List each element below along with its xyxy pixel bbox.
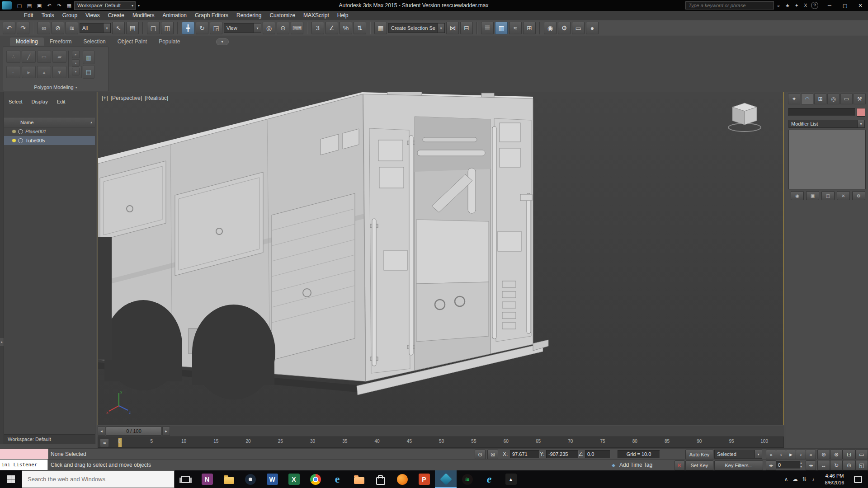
previous-frame-icon[interactable]: ‹: [776, 450, 786, 460]
keyboard-shortcut-override-icon[interactable]: ⌨: [291, 22, 303, 34]
next-key-icon[interactable]: ↠: [806, 460, 816, 470]
object-name-field[interactable]: [788, 108, 855, 116]
align-icon[interactable]: ⊟: [460, 22, 473, 34]
taskbar-app-internet-explorer[interactable]: e: [478, 470, 500, 488]
manage-layers-icon[interactable]: ☰: [481, 22, 494, 34]
restore-button[interactable]: ▢: [837, 0, 853, 11]
viewport-shading-menu[interactable]: [Realistic]: [145, 95, 168, 101]
rendered-frame-window-icon[interactable]: ▭: [572, 22, 585, 34]
graphite-ribbon-toggle-icon[interactable]: ▥: [495, 22, 508, 34]
render-production-icon[interactable]: ●: [586, 22, 599, 34]
keyword-search-input[interactable]: [685, 1, 774, 9]
new-scene-icon[interactable]: ▢: [14, 1, 24, 9]
maxscript-mini-listener-script[interactable]: ini Listener: [0, 460, 48, 470]
taskbar-app-excel[interactable]: X: [283, 470, 305, 488]
render-setup-icon[interactable]: ⚙: [558, 22, 571, 34]
window-crossing-icon[interactable]: ◫: [161, 22, 174, 34]
spinner-up-icon[interactable]: ▴: [798, 461, 804, 465]
selected-set-dropdown[interactable]: Selected ▾: [714, 450, 762, 459]
undo-icon[interactable]: ↶: [44, 1, 54, 9]
edit-named-selection-sets-icon[interactable]: ▦: [374, 22, 387, 34]
maxscript-mini-listener-macro[interactable]: [0, 449, 48, 459]
select-object-icon[interactable]: ↖: [112, 22, 125, 34]
viewcube[interactable]: [724, 99, 765, 136]
taskbar-app-folder[interactable]: [348, 470, 370, 488]
viewport-general-menu[interactable]: [+]: [102, 95, 108, 101]
list-item-plane001[interactable]: Plane001: [4, 127, 95, 136]
visibility-bulb-icon[interactable]: [12, 130, 16, 133]
set-key-button[interactable]: Set Key: [685, 460, 713, 470]
task-view-button[interactable]: [175, 470, 196, 488]
taskbar-app-powerpoint[interactable]: P: [413, 470, 435, 488]
select-and-scale-icon[interactable]: ◲: [210, 22, 222, 34]
menu-maxscript[interactable]: MAXScript: [299, 11, 333, 20]
go-to-end-icon[interactable]: »: [806, 450, 816, 460]
list-item-tube005[interactable]: Tube005: [4, 136, 95, 145]
undo-icon[interactable]: ↶: [3, 22, 15, 34]
tab-selection[interactable]: Selection: [77, 38, 111, 46]
menu-group[interactable]: Group: [58, 11, 81, 20]
explorer-menu-edit[interactable]: Edit: [52, 97, 70, 107]
taskbar-app-steam[interactable]: [240, 470, 261, 488]
select-by-name-icon[interactable]: ▤: [126, 22, 139, 34]
tray-cloud-icon[interactable]: ☁: [791, 470, 800, 488]
zoom-all-icon[interactable]: ⊛: [830, 449, 843, 460]
search-icon[interactable]: ⌕: [774, 1, 783, 9]
schematic-view-icon[interactable]: ⊞: [523, 22, 536, 34]
maximize-viewport-toggle-icon[interactable]: ◱: [855, 460, 868, 470]
save-file-icon[interactable]: ▣: [34, 1, 44, 9]
frame-ruler[interactable]: 0 5 10 15 20 25 30 35 40 45 50 55 60 65 …: [116, 439, 768, 444]
truck-model[interactable]: [98, 92, 783, 425]
perspective-viewport[interactable]: [+] [Perspective] [Realistic] x y z: [98, 92, 784, 425]
mini-tool-icon[interactable]: ▾: [72, 68, 80, 75]
taskbar-app-word[interactable]: W: [261, 470, 283, 488]
make-unique-icon[interactable]: ◫: [821, 191, 835, 200]
help-icon[interactable]: ?: [811, 2, 818, 9]
spinner-down-icon[interactable]: ▾: [798, 465, 804, 469]
truck-rear-face[interactable]: [363, 94, 533, 381]
curve-editor-icon[interactable]: ≈: [509, 22, 522, 34]
add-time-tag[interactable]: Add Time Tag: [619, 462, 652, 468]
orbit-view-icon[interactable]: ↻: [830, 460, 843, 470]
tab-object-paint[interactable]: Object Paint: [112, 38, 153, 46]
menu-rendering[interactable]: Rendering: [232, 11, 265, 20]
taskbar-app-spotify[interactable]: ≋: [457, 470, 478, 488]
current-frame-field[interactable]: 0: [776, 461, 800, 469]
redo-icon[interactable]: ↷: [54, 1, 64, 9]
object-color-swatch[interactable]: [857, 108, 865, 117]
modify-tab-icon[interactable]: ◠: [801, 94, 813, 104]
create-tab-icon[interactable]: ✦: [788, 94, 800, 104]
next-frame-arrow[interactable]: ▸: [162, 427, 170, 436]
action-center-button[interactable]: [851, 470, 865, 488]
modify-mode-icon[interactable]: ▾: [52, 66, 66, 78]
redo-icon[interactable]: ↷: [17, 22, 29, 34]
go-to-start-icon[interactable]: «: [766, 450, 776, 460]
reference-coordinate-system-dropdown[interactable]: View ▾: [224, 23, 261, 33]
explorer-menu-display[interactable]: Display: [27, 97, 52, 107]
menu-graph-editors[interactable]: Graph Editors: [191, 11, 232, 20]
menu-help[interactable]: Help: [333, 11, 353, 20]
close-button[interactable]: ✕: [853, 0, 868, 11]
auto-key-button[interactable]: Auto Key: [685, 450, 713, 460]
configure-modifier-sets-icon[interactable]: ⚙: [852, 191, 865, 200]
taskbar-search-input[interactable]: [22, 470, 175, 488]
select-and-rotate-icon[interactable]: ↻: [196, 22, 208, 34]
show-end-result-icon[interactable]: ▣: [806, 191, 819, 200]
modifier-stack[interactable]: [788, 130, 866, 189]
time-slider[interactable]: ◂ 0 / 100 ▸: [98, 426, 784, 436]
set-keys-key-icon[interactable]: K: [675, 460, 685, 470]
modifier-list-dropdown[interactable]: Modifier List ▾: [788, 120, 865, 128]
qat-overflow-icon[interactable]: ▾: [136, 1, 142, 9]
tab-freeform[interactable]: Freeform: [44, 38, 78, 46]
remove-modifier-icon[interactable]: ✕: [837, 191, 850, 200]
exchange-apps-icon[interactable]: X: [801, 1, 810, 9]
z-coord-field[interactable]: [585, 450, 610, 458]
taskbar-app-store[interactable]: [370, 470, 392, 488]
use-pivot-point-center-icon[interactable]: ◎: [263, 22, 275, 34]
panel-label-row[interactable]: Polygon Modeling ▾: [3, 84, 108, 90]
display-tab-icon[interactable]: ▭: [840, 94, 853, 104]
track-bar[interactable]: ≈ 0 5 10 15 20 25 30 35 40 45 50 55 60 6…: [98, 436, 784, 448]
rectangular-selection-region-icon[interactable]: ▢: [147, 22, 160, 34]
select-and-manipulate-icon[interactable]: ⊙: [277, 22, 289, 34]
percent-snap-icon[interactable]: %: [340, 22, 352, 34]
